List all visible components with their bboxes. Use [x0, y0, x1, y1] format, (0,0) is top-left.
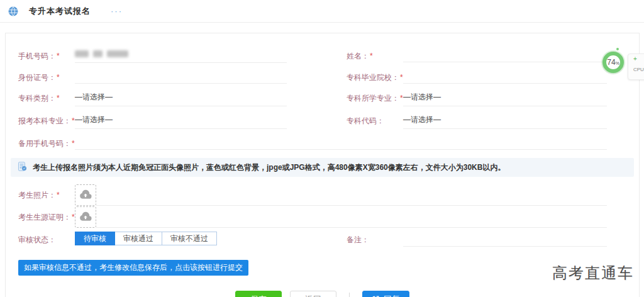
- field-college: 专科毕业院校：*: [347, 71, 607, 84]
- field-review-status: 审核状态： 待审核 审核通过 审核不通过: [18, 232, 287, 245]
- reply-button[interactable]: 回复: [362, 291, 409, 297]
- button-divider: [349, 293, 350, 297]
- required-asterisk: *: [370, 52, 373, 60]
- cpu-dot-indicator: [616, 48, 619, 50]
- field-name: 姓名：*: [347, 50, 607, 62]
- remark-label: 备注：: [347, 232, 403, 245]
- college-input[interactable]: [403, 71, 607, 84]
- required-asterisk: *: [57, 191, 60, 199]
- field-phone: 手机号码：*: [18, 50, 287, 63]
- college-code-select[interactable]: —请选择—: [403, 115, 607, 129]
- form-row: 考生照片：*: [18, 184, 626, 206]
- action-bar: 保存 返回 回复: [18, 291, 626, 297]
- photo-requirements-banner: 考生上传报名照片须为本人近期免冠正面头像照片，蓝色或红色背景，jpge或JPG格…: [11, 158, 634, 177]
- review-status-group: 待审核 审核通过 审核不通过: [75, 232, 217, 245]
- required-asterisk: *: [400, 94, 403, 103]
- name-input[interactable]: [403, 50, 607, 62]
- category-label: 专科类别：*: [18, 92, 75, 104]
- save-button[interactable]: 保存: [235, 291, 282, 297]
- reply-label: 回复: [384, 294, 400, 297]
- app-logo-icon: [8, 6, 19, 17]
- review-status-label: 审核状态：: [18, 232, 75, 245]
- phone-value-redacted: [75, 50, 128, 57]
- backup-phone-label: 备用手机号码：*: [18, 137, 75, 149]
- banner-text: 考生上传报名照片须为本人近期免冠正面头像照片，蓝色或红色背景，jpge或JPG格…: [33, 162, 505, 173]
- status-pending-button[interactable]: 待审核: [75, 232, 115, 245]
- status-rejected-button[interactable]: 审核不通过: [162, 232, 217, 245]
- cloud-upload-icon: [79, 211, 92, 223]
- field-major-studied: 专科所学专业：* —请选择—: [347, 92, 607, 106]
- college-code-label: 专科代码：: [347, 115, 403, 126]
- form-row: 专科类别：* —请选择— 专科所学专业：* —请选择—: [18, 92, 626, 106]
- name-label: 姓名：*: [347, 50, 403, 62]
- cpu-usage-ring[interactable]: 74%: [602, 52, 624, 73]
- id-number-label: 身份证号：*: [18, 71, 75, 83]
- form-row: 报考本科专业：* —请选择— 专科代码： —请选择—: [18, 115, 626, 129]
- photo-label: 考生照片：*: [18, 184, 75, 201]
- major-studied-label: 专科所学专业：*: [347, 92, 403, 104]
- apply-major-label: 报考本科专业：*: [18, 115, 75, 126]
- required-asterisk: *: [57, 52, 60, 60]
- status-approved-button[interactable]: 审核通过: [114, 232, 162, 245]
- cpu-percent: 74%: [607, 58, 619, 67]
- more-menu-icon[interactable]: ···: [111, 6, 123, 16]
- required-asterisk: *: [72, 139, 75, 148]
- remark-input[interactable]: [403, 234, 607, 247]
- document-check-icon: [17, 161, 28, 174]
- back-button[interactable]: 返回: [290, 291, 336, 297]
- cpu-panel: + CPU: [628, 53, 644, 80]
- registration-form-card: 手机号码：* 姓名：* 身份证号：* 专科毕业院校：* 专科类别：* —请选择—…: [5, 33, 640, 297]
- major-studied-select[interactable]: —请选择—: [403, 92, 607, 106]
- phone-label: 手机号码：*: [18, 50, 75, 62]
- field-id-number: 身份证号：*: [18, 71, 287, 84]
- origin-proof-upload-button[interactable]: [75, 206, 96, 228]
- origin-proof-field-line: [96, 206, 607, 228]
- origin-proof-label: 考生生源证明：*: [18, 206, 75, 223]
- required-asterisk: *: [72, 213, 75, 221]
- category-select[interactable]: —请选择—: [75, 92, 287, 106]
- apply-major-select[interactable]: —请选择—: [75, 115, 287, 129]
- plus-icon: +: [633, 56, 644, 62]
- required-asterisk: *: [57, 94, 60, 103]
- college-label: 专科毕业院校：*: [347, 71, 403, 83]
- field-apply-major: 报考本科专业：* —请选择—: [18, 115, 287, 129]
- field-remark: 备注：: [347, 232, 607, 247]
- cloud-upload-icon: [79, 189, 92, 201]
- required-asterisk: *: [72, 116, 75, 125]
- photo-upload-button[interactable]: [75, 184, 96, 206]
- backup-phone-input[interactable]: [75, 137, 607, 150]
- cpu-label: CPU: [633, 67, 644, 72]
- id-number-input[interactable]: [75, 71, 287, 84]
- resubmit-note-button[interactable]: 如果审核信息不通过，考生修改信息保存后，点击该按钮进行提交: [18, 260, 248, 276]
- page-title: 专升本考试报名: [29, 6, 91, 17]
- cpu-monitor-widget[interactable]: + CPU 74%: [597, 48, 644, 86]
- form-row: 备用手机号码：*: [18, 137, 626, 150]
- field-college-code: 专科代码： —请选择—: [347, 115, 607, 129]
- photo-field-line: [96, 184, 607, 206]
- form-row: 身份证号：* 专科毕业院校：*: [18, 71, 626, 84]
- required-asterisk: *: [57, 73, 60, 82]
- field-backup-phone: 备用手机号码：*: [18, 137, 607, 150]
- watermark: 高考直通车: [552, 263, 634, 283]
- form-row: 考生生源证明：*: [18, 206, 626, 228]
- required-asterisk: *: [400, 73, 403, 82]
- app-header: 专升本考试报名 ···: [0, 0, 644, 23]
- phone-input[interactable]: [75, 50, 287, 63]
- form-row: 手机号码：* 姓名：*: [18, 50, 626, 63]
- form-row: 审核状态： 待审核 审核通过 审核不通过 备注：: [18, 232, 626, 247]
- field-category: 专科类别：* —请选择—: [18, 92, 287, 106]
